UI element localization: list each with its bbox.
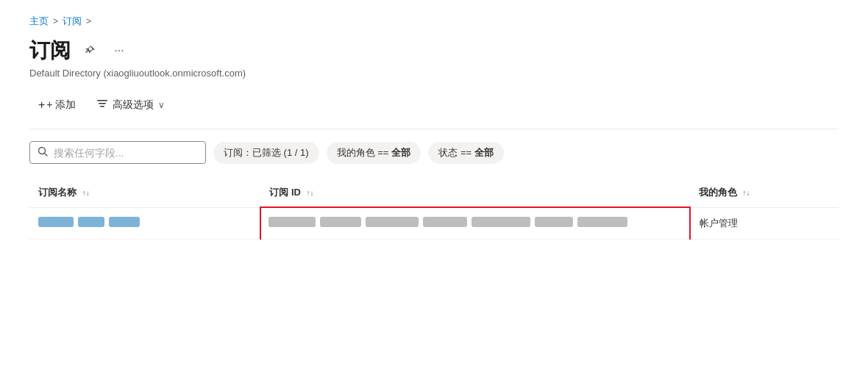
search-box[interactable] — [29, 141, 206, 164]
add-label: + 添加 — [46, 98, 76, 112]
role-filter-prefix: 我的角色 == — [337, 146, 389, 159]
svg-rect-1 — [99, 103, 106, 104]
col-header-role[interactable]: 我的角色 ↑↓ — [690, 179, 839, 207]
svg-rect-0 — [97, 100, 107, 101]
status-filter-prefix: 状态 == — [438, 146, 472, 159]
breadcrumb-sep-1: > — [53, 16, 58, 26]
subscription-filter-label: 订阅：已筛选 (1 / 1) — [224, 146, 309, 159]
sort-icon-id: ↑↓ — [307, 189, 314, 197]
advanced-options-button[interactable]: 高级选项 ∨ — [88, 93, 174, 117]
cell-name — [29, 207, 260, 239]
role-filter-chip[interactable]: 我的角色 == 全部 — [327, 142, 421, 164]
pin-icon[interactable] — [79, 40, 100, 61]
advanced-label: 高级选项 — [113, 98, 154, 112]
sort-icon-role: ↑↓ — [743, 189, 750, 197]
col-header-id[interactable]: 订阅 ID ↑↓ — [260, 179, 690, 207]
subscription-filter-chip[interactable]: 订阅：已筛选 (1 / 1) — [213, 142, 319, 164]
add-icon: + — [38, 98, 45, 112]
col-header-name[interactable]: 订阅名称 ↑↓ — [29, 179, 260, 207]
svg-line-4 — [45, 154, 48, 157]
svg-rect-2 — [100, 106, 104, 107]
page-header: 订阅 ··· Default Directory (xiaogliuoutloo… — [29, 37, 839, 79]
cell-role: 帐户管理 — [690, 207, 839, 239]
advanced-caret-icon: ∨ — [158, 100, 165, 110]
cell-id — [260, 207, 690, 239]
more-options-icon[interactable]: ··· — [109, 40, 129, 61]
breadcrumb: 主页 > 订阅 > — [29, 15, 839, 28]
table-row[interactable]: 帐户管理 — [29, 207, 839, 239]
role-filter-value: 全部 — [391, 146, 410, 159]
status-filter-value: 全部 — [474, 146, 494, 159]
table-header-row: 订阅名称 ↑↓ 订阅 ID ↑↓ 我的角色 ↑↓ — [29, 179, 839, 207]
sort-icon-name: ↑↓ — [82, 189, 90, 197]
page-title: 订阅 — [29, 37, 71, 65]
search-input[interactable] — [54, 147, 198, 159]
page-subtitle: Default Directory (xiaogliuoutlook.onmic… — [29, 68, 839, 79]
breadcrumb-subscriptions[interactable]: 订阅 — [63, 15, 82, 28]
add-button[interactable]: + + 添加 — [29, 94, 85, 116]
toolbar: + + 添加 高级选项 ∨ — [29, 93, 839, 129]
breadcrumb-sep-2: > — [86, 16, 91, 26]
subscriptions-table: 订阅名称 ↑↓ 订阅 ID ↑↓ 我的角色 ↑↓ 帐户管理 — [29, 179, 839, 240]
filter-icon — [96, 98, 108, 112]
search-icon — [38, 146, 48, 159]
breadcrumb-home[interactable]: 主页 — [29, 15, 49, 28]
filter-row: 订阅：已筛选 (1 / 1) 我的角色 == 全部 状态 == 全部 — [29, 141, 839, 164]
status-filter-chip[interactable]: 状态 == 全部 — [428, 142, 504, 164]
